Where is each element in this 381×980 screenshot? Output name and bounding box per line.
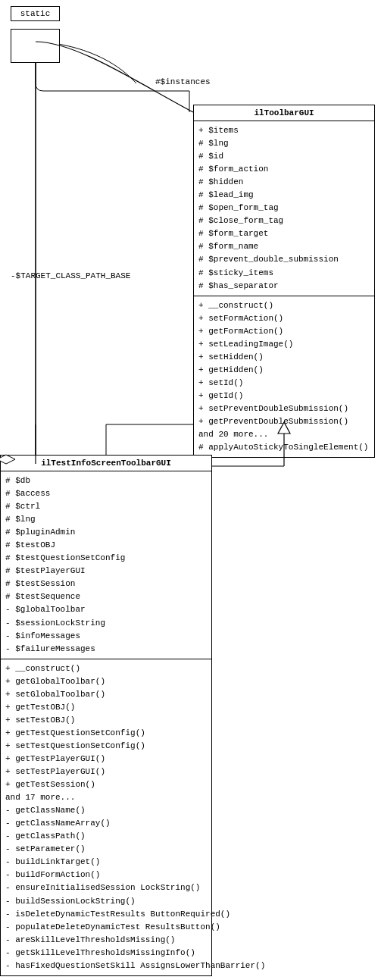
test-attr-13: - $infoMessages xyxy=(5,630,207,643)
toolbar-attr-2: # $lng xyxy=(198,137,370,150)
toolbar-attr-4: # $form_action xyxy=(198,163,370,176)
box-toolbar-gui: ilToolbarGUI + $items # $lng # $id # $fo… xyxy=(193,105,375,458)
toolbar-method-7: + setId() xyxy=(198,377,370,390)
toolbar-method-8: + getId() xyxy=(198,390,370,402)
test-attr-14: - $failureMessages xyxy=(5,643,207,656)
toolbar-attr-7: # $open_form_tag xyxy=(198,202,370,214)
toolbar-method-6: + getHidden() xyxy=(198,364,370,377)
toolbar-method-5: + setHidden() xyxy=(198,351,370,364)
test-method-10: + getTestSession() xyxy=(5,778,207,791)
toolbar-attr-9: # $form_target xyxy=(198,227,370,240)
test-attr-8: # $testPlayerGUI xyxy=(5,565,207,578)
label-target: -$TARGET_CLASS_PATH_BASE xyxy=(11,271,130,280)
test-method-8: + getTestPlayerGUI() xyxy=(5,753,207,766)
box-small xyxy=(11,29,60,63)
toolbar-attr-3: # $id xyxy=(198,150,370,163)
toolbar-method-4: + setLeadingImage() xyxy=(198,338,370,351)
box-test-toolbar-gui: ilTestInfoScreenToolbarGUI # $db # $acce… xyxy=(0,455,212,976)
toolbar-attr-1: + $items xyxy=(198,124,370,137)
test-method-22: - areSkillLevelThresholdsMissing() xyxy=(5,934,207,947)
toolbar-method-11: and 20 more... xyxy=(198,428,370,441)
toolbar-attr-10: # $form_name xyxy=(198,240,370,253)
static-title: static xyxy=(11,7,59,20)
label-instances: #$instances xyxy=(155,77,211,86)
toolbar-method-3: + getFormAction() xyxy=(198,325,370,338)
test-method-16: - buildLinkTarget() xyxy=(5,856,207,869)
test-attr-11: - $globalToolbar xyxy=(5,603,207,616)
box-static: static xyxy=(11,6,60,21)
test-method-4: + getTestOBJ() xyxy=(5,701,207,714)
test-attr-5: # $pluginAdmin xyxy=(5,526,207,539)
test-attr-7: # $testQuestionSetConfig xyxy=(5,552,207,565)
test-method-3: + setGlobalToolbar() xyxy=(5,688,207,701)
toolbar-method-9: + setPreventDoubleSubmission() xyxy=(198,402,370,415)
test-method-21: - populateDeleteDynamicTest ResultsButto… xyxy=(5,921,207,934)
toolbar-attr-5: # $hidden xyxy=(198,176,370,189)
test-method-11: and 17 more... xyxy=(5,791,207,804)
test-attr-10: # $testSequence xyxy=(5,590,207,603)
test-method-15: - setParameter() xyxy=(5,843,207,856)
toolbar-gui-attributes: + $items # $lng # $id # $form_action # $… xyxy=(194,121,374,296)
test-method-20: - isDeleteDynamicTestResults ButtonRequi… xyxy=(5,908,207,921)
test-toolbar-gui-attributes: # $db # $access # $ctrl # $lng # $plugin… xyxy=(1,471,211,659)
test-method-1: + __construct() xyxy=(5,662,207,675)
toolbar-method-1: + __construct() xyxy=(198,299,370,312)
toolbar-method-10: + getPreventDoubleSubmission() xyxy=(198,415,370,428)
toolbar-method-12: # applyAutoStickyToSingleElement() xyxy=(198,441,370,454)
toolbar-attr-13: # $has_separator xyxy=(198,280,370,293)
test-method-2: + getGlobalToolbar() xyxy=(5,675,207,688)
test-toolbar-gui-title: ilTestInfoScreenToolbarGUI xyxy=(1,456,211,471)
test-method-17: - buildFormAction() xyxy=(5,869,207,881)
test-method-7: + setTestQuestionSetConfig() xyxy=(5,740,207,753)
test-attr-1: # $db xyxy=(5,474,207,487)
toolbar-attr-8: # $close_form_tag xyxy=(198,214,370,227)
test-method-13: - getClassNameArray() xyxy=(5,817,207,830)
test-method-12: - getClassName() xyxy=(5,804,207,817)
test-method-19: - buildSessionLockString() xyxy=(5,895,207,908)
test-method-14: - getClassPath() xyxy=(5,830,207,843)
test-attr-9: # $testSession xyxy=(5,578,207,590)
toolbar-attr-11: # $prevent_double_submission xyxy=(198,253,370,266)
test-method-24: - hasFixedQuestionSetSkill AssignsLowerT… xyxy=(5,960,207,972)
toolbar-attr-12: # $sticky_items xyxy=(198,267,370,280)
test-attr-6: # $testOBJ xyxy=(5,539,207,552)
test-method-6: + getTestQuestionSetConfig() xyxy=(5,727,207,740)
test-toolbar-gui-methods: + __construct() + getGlobalToolbar() + s… xyxy=(1,659,211,975)
toolbar-gui-title: ilToolbarGUI xyxy=(194,105,374,121)
toolbar-attr-6: # $lead_img xyxy=(198,189,370,202)
test-attr-4: # $lng xyxy=(5,513,207,526)
test-attr-2: # $access xyxy=(5,487,207,500)
toolbar-method-2: + setFormAction() xyxy=(198,312,370,325)
test-attr-3: # $ctrl xyxy=(5,500,207,513)
test-method-23: - getSkillLevelThresholdsMissingInfo() xyxy=(5,947,207,960)
test-method-18: - ensureInitialisedSession LockString() xyxy=(5,881,207,894)
test-attr-12: - $sessionLockString xyxy=(5,617,207,630)
test-method-5: + setTestOBJ() xyxy=(5,714,207,727)
diagram-container: static #$instances -$TARGET_CLASS_PATH_B… xyxy=(0,0,381,980)
toolbar-gui-methods: + __construct() + setFormAction() + getF… xyxy=(194,296,374,458)
test-method-9: + setTestPlayerGUI() xyxy=(5,766,207,778)
